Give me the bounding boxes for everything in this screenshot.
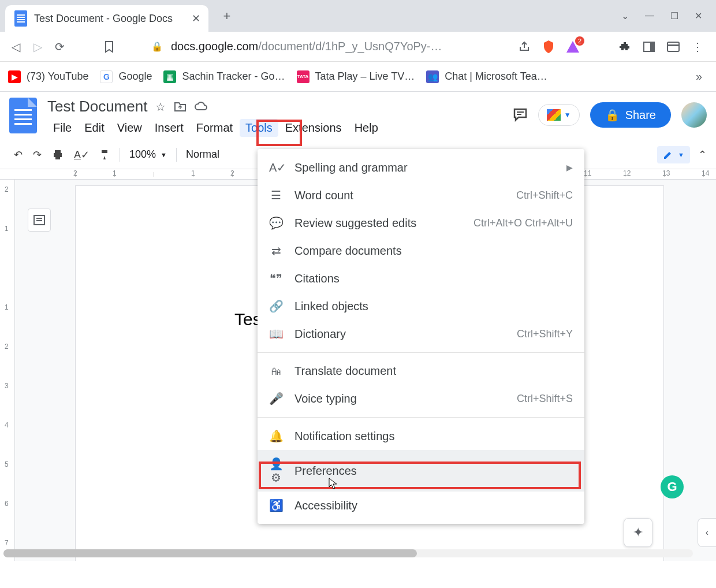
menu-edit[interactable]: Edit bbox=[79, 119, 110, 137]
mouse-cursor bbox=[328, 477, 338, 490]
tataplay-icon: TATA bbox=[297, 70, 309, 83]
reload-button[interactable]: ⟳ bbox=[51, 38, 68, 55]
browser-tab[interactable]: Test Document - Google Docs ✕ bbox=[5, 5, 208, 32]
tab-title: Test Document - Google Docs bbox=[34, 13, 189, 25]
meet-icon bbox=[547, 109, 561, 121]
meet-button[interactable]: ▼ bbox=[538, 104, 580, 126]
menu-item-accessibility[interactable]: ♿Accessibility bbox=[258, 492, 584, 519]
chevron-down-icon[interactable]: ⌄ bbox=[621, 10, 629, 21]
url-field[interactable]: 🔒 docs.google.com/document/d/1hP_y_UsnQ7… bbox=[151, 40, 506, 53]
menu-help[interactable]: Help bbox=[349, 119, 384, 137]
menu-item-linked-objects[interactable]: 🔗Linked objects bbox=[258, 292, 584, 320]
brave-rewards-icon[interactable]: 2 bbox=[566, 40, 580, 54]
sidepanel-icon[interactable] bbox=[642, 40, 656, 54]
youtube-icon: ▶ bbox=[8, 70, 21, 83]
share-button[interactable]: 🔒 Share bbox=[590, 102, 671, 128]
menu-item-word-count[interactable]: ☰Word countCtrl+Shift+C bbox=[258, 181, 584, 209]
window-controls: ⌄ — ☐ ✕ bbox=[621, 10, 716, 21]
close-window-icon[interactable]: ✕ bbox=[695, 10, 702, 21]
address-bar: ◁ ▷ ⟳ 🔒 docs.google.com/document/d/1hP_y… bbox=[0, 32, 716, 62]
close-tab-icon[interactable]: ✕ bbox=[189, 10, 203, 27]
bookmark-youtube[interactable]: ▶(73) YouTube bbox=[8, 70, 88, 83]
menu-item-preferences[interactable]: 👤⚙Preferences bbox=[258, 450, 584, 492]
menu-item-review-suggested-edits[interactable]: 💬Review suggested editsCtrl+Alt+O Ctrl+A… bbox=[258, 209, 584, 237]
url-path: /document/d/1hP_y_UsnQ7YoPy-… bbox=[258, 40, 442, 53]
docs-favicon bbox=[14, 10, 27, 27]
style-selector[interactable]: Normal bbox=[181, 148, 224, 161]
sheets-icon: ▦ bbox=[163, 70, 176, 83]
vertical-ruler[interactable]: 2112345678 bbox=[0, 180, 15, 561]
svg-rect-3 bbox=[667, 44, 679, 46]
menu-item-spelling-and-grammar[interactable]: A✓Spelling and grammar▶ bbox=[258, 154, 584, 181]
menu-insert[interactable]: Insert bbox=[149, 119, 189, 137]
brave-shields-icon[interactable] bbox=[542, 40, 555, 54]
bookmarks-overflow[interactable]: » bbox=[696, 70, 708, 83]
svg-rect-2 bbox=[667, 42, 679, 51]
bookmark-tataplay[interactable]: TATATata Play – Live TV… bbox=[297, 70, 415, 83]
spellcheck-button[interactable]: A✓ bbox=[69, 145, 94, 165]
tools-dropdown: A✓Spelling and grammar▶☰Word countCtrl+S… bbox=[258, 149, 584, 524]
menu-item-translate-document[interactable]: 🗛Translate document bbox=[258, 358, 584, 385]
forward-button[interactable]: ▷ bbox=[29, 38, 46, 55]
print-button[interactable] bbox=[47, 146, 68, 164]
grammarly-icon[interactable]: G bbox=[661, 475, 684, 498]
wallet-icon[interactable] bbox=[666, 40, 680, 54]
extensions-icon[interactable] bbox=[618, 40, 632, 54]
horizontal-scrollbar[interactable] bbox=[3, 549, 693, 557]
menu-extensions[interactable]: Extensions bbox=[279, 119, 348, 137]
menu-item-dictionary[interactable]: 📖DictionaryCtrl+Shift+Y bbox=[258, 320, 584, 348]
document-title[interactable]: Test Document bbox=[47, 98, 147, 116]
menu-tools[interactable]: Tools bbox=[240, 119, 278, 137]
browser-menu-icon[interactable]: ⋮ bbox=[691, 40, 704, 54]
browser-tab-bar: Test Document - Google Docs ✕ + ⌄ — ☐ ✕ bbox=[0, 0, 716, 32]
menu-item-notification-settings[interactable]: 🔔Notification settings bbox=[258, 422, 584, 450]
menu-file[interactable]: File bbox=[47, 119, 77, 137]
explore-button[interactable]: ✦ bbox=[624, 518, 652, 547]
share-page-icon[interactable] bbox=[517, 40, 531, 54]
docs-logo-icon[interactable] bbox=[9, 98, 37, 133]
editing-mode-button[interactable]: ▼ bbox=[657, 146, 690, 163]
new-tab-button[interactable]: + bbox=[217, 6, 237, 27]
star-icon[interactable]: ☆ bbox=[155, 100, 166, 114]
account-avatar[interactable] bbox=[681, 102, 707, 128]
comments-icon[interactable] bbox=[513, 107, 528, 122]
menu-item-citations[interactable]: ❝❞Citations bbox=[258, 265, 584, 292]
move-icon[interactable] bbox=[174, 102, 187, 112]
bookmark-teams[interactable]: 👥Chat | Microsoft Tea… bbox=[426, 70, 547, 83]
zoom-selector[interactable]: 100%▼ bbox=[125, 148, 171, 161]
lock-icon: 🔒 bbox=[151, 41, 163, 52]
maximize-icon[interactable]: ☐ bbox=[670, 10, 678, 21]
undo-button[interactable]: ↶ bbox=[9, 145, 27, 165]
redo-button[interactable]: ↷ bbox=[28, 145, 46, 165]
bookmark-sheets[interactable]: ▦Sachin Tracker - Go… bbox=[163, 70, 285, 83]
paint-format-button[interactable] bbox=[95, 146, 115, 164]
bookmark-google[interactable]: GGoogle bbox=[100, 70, 152, 83]
url-host: docs.google.com bbox=[171, 40, 258, 53]
svg-rect-1 bbox=[650, 42, 654, 51]
teams-icon: 👥 bbox=[426, 70, 439, 83]
bookmark-icon[interactable] bbox=[100, 38, 118, 55]
back-button[interactable]: ◁ bbox=[7, 38, 24, 55]
side-panel-toggle[interactable]: ‹ bbox=[698, 518, 716, 547]
chevron-down-icon: ▼ bbox=[564, 111, 571, 119]
submenu-arrow-icon: ▶ bbox=[566, 163, 573, 172]
lock-icon: 🔒 bbox=[605, 108, 620, 122]
menu-bar: FileEditViewInsertFormatToolsExtensionsH… bbox=[47, 119, 384, 137]
menu-format[interactable]: Format bbox=[191, 119, 238, 137]
menu-view[interactable]: View bbox=[111, 119, 148, 137]
badge-count: 2 bbox=[575, 36, 584, 46]
menu-item-compare-documents[interactable]: ⇄Compare documents bbox=[258, 237, 584, 265]
google-icon: G bbox=[100, 70, 113, 83]
cloud-status-icon[interactable] bbox=[195, 102, 208, 112]
collapse-toolbar-button[interactable]: ⌃ bbox=[698, 148, 707, 161]
docs-header: Test Document ☆ FileEditViewInsertFormat… bbox=[0, 92, 716, 137]
menu-item-voice-typing[interactable]: 🎤Voice typingCtrl+Shift+S bbox=[258, 385, 584, 412]
outline-button[interactable] bbox=[28, 209, 51, 232]
minimize-icon[interactable]: — bbox=[645, 10, 654, 21]
bookmarks-bar: ▶(73) YouTube GGoogle ▦Sachin Tracker - … bbox=[0, 62, 716, 92]
